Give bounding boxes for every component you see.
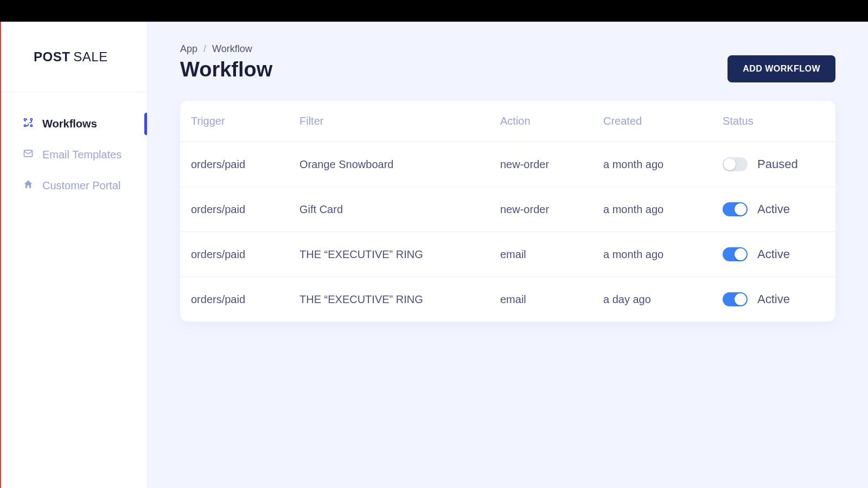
table-row[interactable]: orders/paidTHE “EXECUTIVE” RINGemaila mo… <box>180 232 835 277</box>
breadcrumb: App / Workflow <box>180 43 835 55</box>
status-toggle[interactable] <box>723 157 748 171</box>
status-label: Active <box>757 202 790 216</box>
cell-created: a month ago <box>603 158 723 171</box>
main-content: App / Workflow Workflow ADD WORKFLOW Tri… <box>148 22 868 488</box>
workflow-table: Trigger Filter Action Created Status ord… <box>180 101 835 322</box>
home-icon <box>23 179 34 192</box>
th-created: Created <box>603 115 723 127</box>
sidebar-item-customer-portal[interactable]: Customer Portal <box>1 170 147 201</box>
cell-status: Active <box>723 292 835 306</box>
sidebar-item-label: Email Templates <box>42 149 122 161</box>
sidebar: POST SALE Workflows <box>1 22 148 488</box>
svg-point-0 <box>24 119 26 120</box>
cell-action: new-order <box>500 158 603 171</box>
status-label: Active <box>757 292 790 306</box>
cell-trigger: orders/paid <box>191 158 299 171</box>
cell-action: email <box>500 293 603 306</box>
cell-trigger: orders/paid <box>191 203 299 216</box>
brand-bold: POST <box>34 49 70 65</box>
sidebar-item-email-templates[interactable]: Email Templates <box>1 139 147 170</box>
status-toggle[interactable] <box>723 247 748 261</box>
brand-logo: POST SALE <box>1 22 147 92</box>
sidebar-item-label: Customer Portal <box>42 179 121 192</box>
cell-status: Active <box>723 247 835 261</box>
brand-light: SALE <box>73 49 107 65</box>
th-trigger: Trigger <box>191 115 299 127</box>
cell-filter: Orange Snowboard <box>299 158 500 171</box>
table-row[interactable]: orders/paidGift Cardnew-ordera month ago… <box>180 187 835 232</box>
sidebar-nav: Workflows Email Templates Customer <box>1 92 147 201</box>
status-toggle[interactable] <box>723 202 748 216</box>
cell-filter: THE “EXECUTIVE” RING <box>299 248 500 261</box>
svg-point-3 <box>30 125 32 126</box>
cell-created: a month ago <box>603 203 723 216</box>
sidebar-item-workflows[interactable]: Workflows <box>1 108 147 139</box>
cell-filter: Gift Card <box>299 203 500 216</box>
toggle-knob <box>735 203 746 215</box>
cell-status: Active <box>723 202 835 216</box>
toggle-knob <box>724 158 736 170</box>
table-body: orders/paidOrange Snowboardnew-ordera mo… <box>180 142 835 322</box>
toggle-knob <box>735 248 746 260</box>
cell-filter: THE “EXECUTIVE” RING <box>299 293 500 306</box>
svg-point-1 <box>30 119 32 120</box>
th-filter: Filter <box>299 115 500 127</box>
mail-icon <box>23 148 34 162</box>
add-workflow-button[interactable]: ADD WORKFLOW <box>727 55 835 82</box>
cell-action: email <box>500 248 603 261</box>
svg-point-2 <box>24 125 26 126</box>
toggle-knob <box>735 293 746 305</box>
th-status: Status <box>723 115 835 127</box>
cell-trigger: orders/paid <box>191 248 299 261</box>
cell-created: a month ago <box>603 248 723 261</box>
sidebar-item-label: Workflows <box>42 118 97 130</box>
table-row[interactable]: orders/paidOrange Snowboardnew-ordera mo… <box>180 142 835 187</box>
window-letterbox-top <box>0 0 868 22</box>
cell-status: Paused <box>723 157 835 171</box>
flow-icon <box>23 117 34 131</box>
breadcrumb-separator: / <box>203 43 206 54</box>
status-label: Paused <box>757 157 798 171</box>
status-label: Active <box>757 247 790 261</box>
cell-created: a day ago <box>603 293 723 306</box>
breadcrumb-root[interactable]: App <box>180 43 197 54</box>
breadcrumb-current: Workflow <box>212 43 252 54</box>
app-root: POST SALE Workflows <box>0 22 868 488</box>
table-header-row: Trigger Filter Action Created Status <box>180 101 835 142</box>
th-action: Action <box>500 115 603 127</box>
cell-action: new-order <box>500 203 603 216</box>
cell-trigger: orders/paid <box>191 293 299 306</box>
table-row[interactable]: orders/paidTHE “EXECUTIVE” RINGemaila da… <box>180 277 835 322</box>
status-toggle[interactable] <box>723 292 748 306</box>
